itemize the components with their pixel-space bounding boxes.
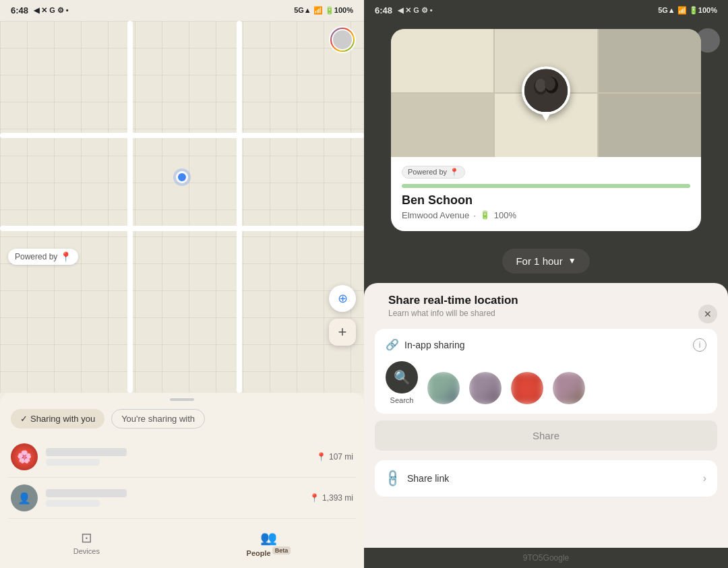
powered-by-badge: Powered by 📍: [8, 249, 78, 265]
distance-value: 1,393 mi: [322, 493, 353, 503]
in-app-sharing-section: 🔗 In-app sharing i 🔍 Search: [375, 329, 717, 414]
powered-by-label: Powered by: [408, 168, 447, 176]
person-name: Ben Schoon: [402, 193, 690, 208]
right-status-right: 5G▲ 📶 🔋100%: [658, 6, 717, 15]
add-button[interactable]: +: [329, 319, 356, 346]
beta-badge: Beta: [272, 546, 291, 555]
location-dot: [176, 171, 188, 183]
left-status-right: 5G▲ 📶 🔋100%: [294, 6, 353, 15]
check-icon: ✓: [20, 414, 28, 424]
map-tile: [599, 29, 701, 92]
people-icon: 👥: [260, 530, 277, 546]
battery-level: 100%: [494, 210, 516, 220]
powered-by-text: Powered by: [15, 252, 57, 261]
contact-avatar-3: [511, 372, 543, 404]
search-label: Search: [390, 396, 414, 404]
share-link-label: Share link: [407, 473, 449, 484]
map-tile: [391, 94, 493, 157]
powered-by-small: Powered by 📍: [402, 166, 465, 179]
right-signal: 5G▲ 📶 🔋100%: [658, 6, 717, 15]
location-name: Elmwood Avenue: [402, 210, 469, 220]
contacts-row: 🔍 Search: [375, 358, 717, 414]
google-maps-icon: 📍: [60, 251, 71, 262]
right-status-bar: 6:48 ◀ ✕ G ⚙ • 5G▲ 📶 🔋100%: [364, 0, 728, 21]
share-title: Share real-time location: [375, 294, 532, 309]
share-btn-label: Share: [533, 430, 559, 441]
share-section-title: 🔗 In-app sharing: [386, 338, 465, 351]
contact-name-blurred: [46, 489, 127, 497]
nav-devices[interactable]: ⊡ Devices: [73, 530, 100, 557]
contact-distance: 📍 107 mi: [316, 452, 353, 462]
nav-people[interactable]: 👥 PeopleBeta: [247, 530, 291, 557]
bottom-nav: ⊡ Devices 👥 PeopleBeta: [0, 524, 364, 568]
share-section-header: 🔗 In-app sharing i: [375, 329, 717, 358]
share-subtitle: Learn what info will be shared: [375, 309, 532, 327]
share-link-left: 🔗 Share link: [386, 471, 449, 486]
person-photo-svg: [524, 69, 568, 112]
tab-youre-sharing-with[interactable]: You're sharing with: [111, 409, 205, 429]
share-link-row[interactable]: 🔗 Share link ›: [375, 460, 717, 497]
share-button[interactable]: Share: [375, 420, 717, 451]
avatar-top-right[interactable]: [329, 26, 356, 53]
avatar: 🌸: [11, 443, 38, 470]
sheet-handle: [170, 398, 194, 401]
map-tile: [599, 94, 701, 157]
devices-icon: ⊡: [81, 530, 92, 546]
left-time: 6:48: [11, 5, 28, 15]
location-button[interactable]: ⊕: [329, 285, 356, 312]
contact-avatar-2: [469, 372, 502, 404]
share-titles: Share real-time location Learn what info…: [375, 294, 532, 327]
bottom-sheet: ✓ Sharing with you You're sharing with 🌸: [0, 393, 364, 568]
chevron-right-icon: ›: [703, 472, 706, 484]
map-area: ⊕ + Powered by 📍: [0, 21, 364, 393]
search-circle: 🔍: [386, 361, 418, 393]
road-v1: [127, 21, 133, 393]
right-status-left: 6:48 ◀ ✕ G ⚙ •: [375, 5, 433, 15]
table-row[interactable]: 🌸 📍 107 mi: [8, 437, 356, 478]
map-preview-image: [391, 29, 701, 157]
road-h2: [0, 226, 364, 231]
left-status-bar: 6:48 ◀ ✕ G ⚙ • 5G▲ 📶 🔋100%: [0, 0, 364, 21]
plus-icon: +: [338, 323, 347, 341]
close-button[interactable]: ✕: [698, 305, 717, 323]
contact-detail-blurred: [46, 459, 100, 466]
google-pin-icon: 📍: [450, 168, 459, 177]
avatar-inner: [332, 29, 353, 51]
contact-detail-blurred: [46, 500, 100, 507]
right-watermark: 9TO5Google: [364, 548, 728, 568]
right-nav-icons: ◀ ✕ G ⚙ •: [398, 6, 433, 15]
in-app-label: In-app sharing: [404, 340, 465, 350]
contact-4[interactable]: [553, 372, 585, 404]
blurred-avatar-1: [427, 372, 460, 404]
contact-2[interactable]: [469, 372, 502, 404]
contact-3[interactable]: [511, 372, 543, 404]
left-status-left: 6:48 ◀ ✕ G ⚙ •: [11, 5, 69, 15]
location-icon: ⊕: [338, 291, 348, 306]
left-screen: 6:48 ◀ ✕ G ⚙ • 5G▲ 📶 🔋100% ⊕: [0, 0, 364, 568]
table-row[interactable]: 👤 📍 1,393 mi: [8, 478, 356, 519]
contact-info: [46, 489, 309, 507]
person-detail: Elmwood Avenue · 🔋 100%: [402, 210, 690, 220]
duration-label: For 1 hour: [516, 255, 562, 267]
search-contact[interactable]: 🔍 Search: [386, 361, 418, 404]
blurred-avatar-3: [511, 372, 543, 404]
tab-sharing-with-you[interactable]: ✓ Sharing with you: [11, 409, 104, 429]
close-icon: ✕: [704, 309, 712, 319]
info-button[interactable]: i: [693, 338, 706, 352]
duration-button[interactable]: For 1 hour ▼: [502, 249, 589, 274]
contact-info: [46, 448, 316, 466]
blurred-avatar-2: [469, 372, 502, 404]
person-photo: [524, 69, 568, 112]
distance-value: 107 mi: [329, 452, 353, 462]
map-pin-point: [541, 112, 551, 121]
map-preview-card: Powered by 📍 Ben Schoon Elmwood Avenue ·…: [391, 29, 701, 231]
contact-distance: 📍 1,393 mi: [309, 493, 353, 503]
chevron-down-icon: ▼: [568, 256, 576, 265]
nav-people-label: PeopleBeta: [247, 547, 291, 557]
road-v2: [237, 21, 242, 393]
share-sheet: Share real-time location Learn what info…: [364, 283, 728, 548]
tab-sharing-with-you-label: Sharing with you: [30, 414, 95, 424]
right-screen: 6:48 ◀ ✕ G ⚙ • 5G▲ 📶 🔋100%: [364, 0, 728, 568]
separator: ·: [473, 210, 476, 220]
contact-1[interactable]: [427, 372, 460, 404]
